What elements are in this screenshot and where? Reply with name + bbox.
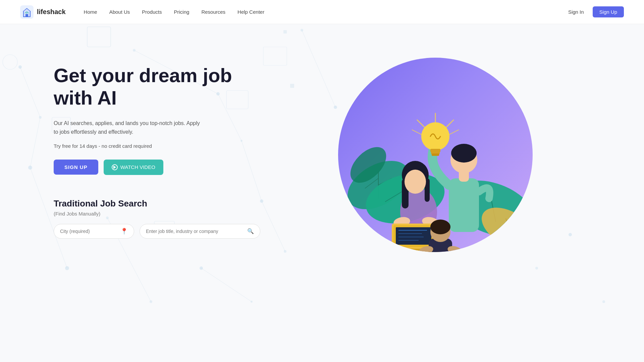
job-input-wrapper: 🔍 xyxy=(140,224,260,239)
job-search-title: Traditional Job Search xyxy=(54,198,260,209)
svg-line-75 xyxy=(445,120,454,128)
svg-line-78 xyxy=(412,130,422,135)
location-icon: 📍 xyxy=(120,228,128,235)
nav-resources[interactable]: Resources xyxy=(197,6,230,17)
trial-text: Try free for 14 days - no credit card re… xyxy=(54,143,260,149)
hero-signup-button[interactable]: SIGN UP xyxy=(54,160,98,175)
svg-point-58 xyxy=(405,170,426,194)
nav-help[interactable]: Help Center xyxy=(233,6,269,17)
city-input[interactable] xyxy=(60,229,117,234)
hero-subtitle: Our AI searches, applies, and lands you … xyxy=(54,119,201,136)
nav-pricing[interactable]: Pricing xyxy=(169,6,194,17)
svg-point-72 xyxy=(451,144,477,163)
job-search-input[interactable] xyxy=(146,229,244,234)
svg-rect-37 xyxy=(25,14,28,17)
logo-icon xyxy=(20,5,34,19)
right-illustration xyxy=(260,51,610,252)
svg-rect-69 xyxy=(449,178,479,232)
navbar: lifeshack Home About Us Products Pricing… xyxy=(0,0,644,24)
svg-line-51 xyxy=(506,219,513,239)
signin-button[interactable]: Sign In xyxy=(562,6,590,17)
svg-marker-39 xyxy=(113,166,116,169)
signup-nav-button[interactable]: Sign Up xyxy=(593,6,624,17)
cta-buttons: SIGN UP WATCH VIDEO xyxy=(54,160,260,175)
svg-line-77 xyxy=(449,130,459,135)
job-search-subtitle: (Find Jobs Manually) xyxy=(54,211,260,217)
svg-point-86 xyxy=(430,220,450,234)
nav-home[interactable]: Home xyxy=(79,6,102,17)
hero-title: Get your dream job with AI xyxy=(54,64,260,109)
nav-actions: Sign In Sign Up xyxy=(562,6,624,17)
search-icon: 🔍 xyxy=(247,228,254,234)
svg-rect-64 xyxy=(396,227,431,245)
watch-video-button[interactable]: WATCH VIDEO xyxy=(104,160,163,175)
left-content: Get your dream job with AI Our AI search… xyxy=(54,51,260,239)
svg-point-38 xyxy=(26,13,27,13)
watch-video-label: WATCH VIDEO xyxy=(120,164,155,170)
nav-links: Home About Us Products Pricing Resources… xyxy=(79,6,562,17)
search-inputs: 📍 🔍 xyxy=(54,224,260,239)
nav-about[interactable]: About Us xyxy=(105,6,135,17)
brand-name: lifeshack xyxy=(37,8,66,16)
play-icon xyxy=(112,164,118,170)
logo-area[interactable]: lifeshack xyxy=(20,5,66,19)
illustration-circle xyxy=(338,58,533,252)
main-content: Get your dream job with AI Our AI search… xyxy=(0,24,644,362)
job-search-section: Traditional Job Search (Find Jobs Manual… xyxy=(54,198,260,239)
city-input-wrapper: 📍 xyxy=(54,224,134,239)
nav-products[interactable]: Products xyxy=(137,6,166,17)
svg-rect-83 xyxy=(432,154,439,156)
svg-line-76 xyxy=(417,120,425,128)
